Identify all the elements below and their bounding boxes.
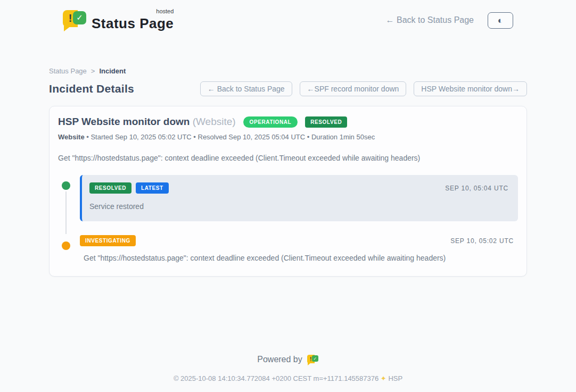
incident-component: Website xyxy=(58,133,85,141)
operational-status-badge: OPERATIONAL xyxy=(243,116,298,128)
powered-by-row: Powered by ! ✓ xyxy=(0,354,576,365)
breadcrumb-separator: > xyxy=(91,67,95,75)
timeline-dot-orange xyxy=(62,241,70,250)
timeline-message: Service restored xyxy=(89,202,508,211)
next-incident-button[interactable]: HSP Website monitor down→ xyxy=(414,81,527,96)
page-title: Incident Details xyxy=(49,82,134,95)
breadcrumb-status-page[interactable]: Status Page xyxy=(49,67,87,75)
logo-checkmark-icon: ✓ xyxy=(73,11,86,24)
timeline-dot-green xyxy=(62,181,70,190)
main-content: Status Page > Incident Incident Details … xyxy=(49,40,527,354)
copyright-text: © 2025-10-08 14:10:34.772084 +0200 CEST … xyxy=(174,374,378,382)
incident-description: Get "https://hostedstatus.page": context… xyxy=(58,154,518,162)
theme-toggle-button[interactable]: ◐ xyxy=(488,12,513,29)
incident-timeline: RESOLVED LATEST SEP 10, 05:04 UTC Servic… xyxy=(58,175,518,262)
header-actions: ← Back to Status Page ◐ xyxy=(386,12,513,29)
copyright-suffix: HSP xyxy=(388,374,402,382)
powered-by-label: Powered by xyxy=(257,355,302,364)
incident-scope: (Website) xyxy=(193,116,236,127)
site-header: ! ✓ Status Page hosted ← Back to Status … xyxy=(0,0,576,40)
timeline-timestamp: SEP 10, 05:04 UTC xyxy=(445,185,508,192)
brand-superscript: hosted xyxy=(156,8,174,14)
resolved-state-badge: RESOLVED xyxy=(305,116,347,128)
half-circle-icon: ◐ xyxy=(498,16,503,25)
brand-logo-icon: ! ✓ xyxy=(63,9,86,30)
incident-meta-detail: • Started Sep 10, 2025 05:02 UTC • Resol… xyxy=(85,133,375,141)
timeline-entry-header: INVESTIGATING SEP 10, 05:02 UTC xyxy=(80,235,514,246)
incident-meta: Website • Started Sep 10, 2025 05:02 UTC… xyxy=(58,133,518,141)
brand-name: Status Page xyxy=(92,15,174,31)
brand-wordmark: Status Page hosted xyxy=(92,9,174,32)
resolved-badge: RESOLVED xyxy=(89,182,131,194)
title-row: Incident Details ← Back to Status Page ←… xyxy=(49,81,527,96)
prev-incident-button[interactable]: ←SPF record monitor down xyxy=(300,81,407,96)
incident-card-header: HSP Website monitor down (Website) OPERA… xyxy=(58,116,518,128)
timeline-timestamp: SEP 10, 05:02 UTC xyxy=(450,237,514,245)
timeline-badges: RESOLVED LATEST xyxy=(89,182,169,194)
header-back-link[interactable]: ← Back to Status Page xyxy=(386,15,474,25)
sparkles-icon: ✦ xyxy=(381,374,386,382)
breadcrumb-incident: Incident xyxy=(99,67,126,75)
mini-logo-tail xyxy=(308,363,311,365)
incident-title: HSP Website monitor down (Website) xyxy=(58,116,236,128)
incident-title-text: HSP Website monitor down xyxy=(58,116,190,127)
powered-by-logo-icon[interactable]: ! ✓ xyxy=(307,354,319,365)
copyright-line: © 2025-10-08 14:10:34.772084 +0200 CEST … xyxy=(0,374,576,382)
mini-logo-checkmark-icon: ✓ xyxy=(312,355,318,362)
timeline-entry-resolved: RESOLVED LATEST SEP 10, 05:04 UTC Servic… xyxy=(58,175,518,221)
back-to-status-page-button[interactable]: ← Back to Status Page xyxy=(200,81,292,96)
latest-badge: LATEST xyxy=(136,182,169,194)
timeline-badges: INVESTIGATING xyxy=(80,235,136,246)
timeline-highlight-box: RESOLVED LATEST SEP 10, 05:04 UTC Servic… xyxy=(80,175,518,221)
site-footer: Powered by ! ✓ © 2025-10-08 14:10:34.772… xyxy=(0,354,576,392)
timeline-message: Get "https://hostedstatus.page": context… xyxy=(80,254,514,262)
investigating-badge: INVESTIGATING xyxy=(80,235,136,246)
incident-card: HSP Website monitor down (Website) OPERA… xyxy=(49,106,527,277)
logo-bubble-tail xyxy=(64,26,71,31)
breadcrumb: Status Page > Incident xyxy=(49,67,527,75)
timeline-entry-header: RESOLVED LATEST SEP 10, 05:04 UTC xyxy=(89,182,508,194)
timeline-entry-investigating: INVESTIGATING SEP 10, 05:02 UTC Get "htt… xyxy=(58,235,518,262)
brand-logo[interactable]: ! ✓ Status Page hosted xyxy=(63,9,174,32)
incident-nav-buttons: ← Back to Status Page ←SPF record monito… xyxy=(200,81,527,96)
